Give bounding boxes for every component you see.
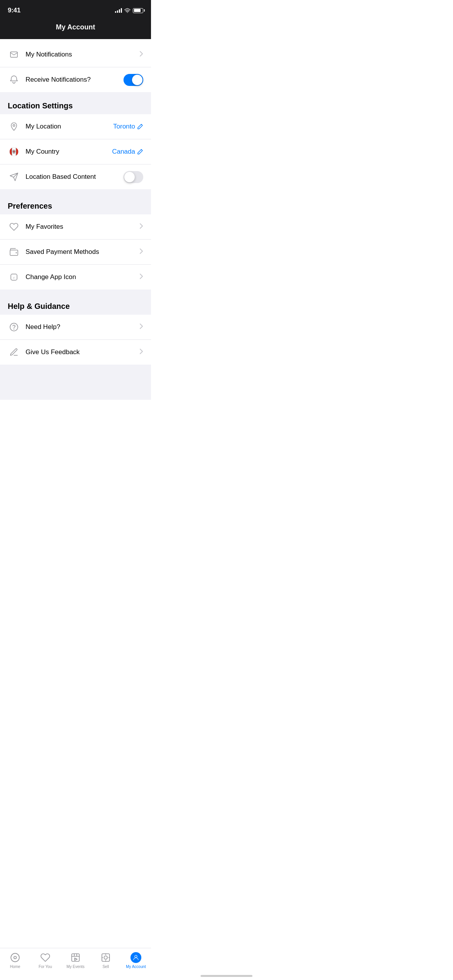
edit-country-icon (137, 149, 143, 155)
svg-point-0 (127, 12, 128, 13)
main-content: My Notifications Receive Notifications? … (0, 42, 151, 400)
saved-payment-methods-item[interactable]: Saved Payment Methods (0, 240, 151, 265)
preferences-section: My Favorites Saved Payment Methods (0, 214, 151, 290)
my-notifications-item[interactable]: My Notifications (0, 42, 151, 67)
my-favorites-item[interactable]: My Favorites (0, 214, 151, 240)
receive-notifications-item[interactable]: Receive Notifications? (0, 67, 151, 92)
edit-icon (137, 123, 143, 130)
help-section: Need Help? Give Us Feedback (0, 315, 151, 365)
my-country-value[interactable]: Canada (112, 148, 143, 156)
canada-flag-icon (8, 146, 20, 158)
chevron-feedback-icon (139, 348, 143, 356)
my-location-value[interactable]: Toronto (113, 123, 143, 130)
location-pin-icon (8, 120, 20, 133)
my-location-label: My Location (26, 123, 113, 130)
location-section-title: Location Settings (8, 101, 73, 110)
svg-rect-1 (10, 52, 17, 57)
status-icons (115, 8, 143, 13)
svg-rect-7 (14, 152, 14, 154)
battery-icon (133, 8, 143, 13)
chevron-appicon-icon (139, 273, 143, 281)
change-app-icon-item[interactable]: t Change App Icon (0, 265, 151, 290)
nav-header: My Account (0, 19, 151, 39)
wallet-icon (8, 246, 20, 258)
my-country-item[interactable]: My Country Canada (0, 139, 151, 164)
svg-point-13 (14, 329, 14, 329)
location-based-content-toggle[interactable] (124, 171, 143, 183)
notifications-section: My Notifications Receive Notifications? (0, 42, 151, 92)
receive-notifications-label: Receive Notifications? (26, 76, 124, 84)
signal-icon (115, 8, 122, 13)
chevron-favorites-icon (139, 223, 143, 231)
navigation-icon (8, 171, 20, 183)
chevron-right-icon (139, 51, 143, 59)
location-based-content-item[interactable]: Location Based Content (0, 164, 151, 189)
my-favorites-label: My Favorites (26, 223, 139, 231)
envelope-icon (8, 48, 20, 61)
location-section: My Location Toronto (0, 114, 151, 189)
change-app-icon-label: Change App Icon (26, 273, 139, 281)
svg-text:t: t (14, 276, 15, 279)
chevron-help-icon (139, 323, 143, 331)
give-feedback-label: Give Us Feedback (26, 348, 139, 356)
svg-point-9 (16, 252, 17, 254)
receive-notifications-toggle[interactable] (124, 74, 143, 86)
status-time: 9:41 (8, 7, 21, 14)
help-circle-icon (8, 321, 20, 333)
my-country-label: My Country (26, 148, 112, 156)
my-notifications-label: My Notifications (26, 51, 139, 58)
svg-point-12 (10, 323, 18, 331)
heart-icon (8, 221, 20, 233)
location-section-header: Location Settings (0, 92, 151, 114)
help-section-title: Help & Guidance (8, 302, 70, 310)
help-section-header: Help & Guidance (0, 293, 151, 315)
need-help-item[interactable]: Need Help? (0, 315, 151, 340)
saved-payment-methods-label: Saved Payment Methods (26, 248, 139, 256)
app-icon-icon: t (8, 271, 20, 283)
bell-icon (8, 74, 20, 86)
preferences-section-title: Preferences (8, 202, 52, 210)
location-based-content-label: Location Based Content (26, 173, 124, 181)
give-feedback-item[interactable]: Give Us Feedback (0, 340, 151, 365)
wifi-icon (124, 8, 130, 13)
page-title: My Account (56, 23, 95, 31)
feedback-pen-icon (8, 346, 20, 358)
preferences-section-header: Preferences (0, 192, 151, 214)
chevron-payment-icon (139, 248, 143, 256)
status-bar: 9:41 (0, 0, 151, 19)
my-location-item[interactable]: My Location Toronto (0, 114, 151, 139)
need-help-label: Need Help? (26, 323, 139, 331)
svg-point-2 (13, 125, 15, 127)
